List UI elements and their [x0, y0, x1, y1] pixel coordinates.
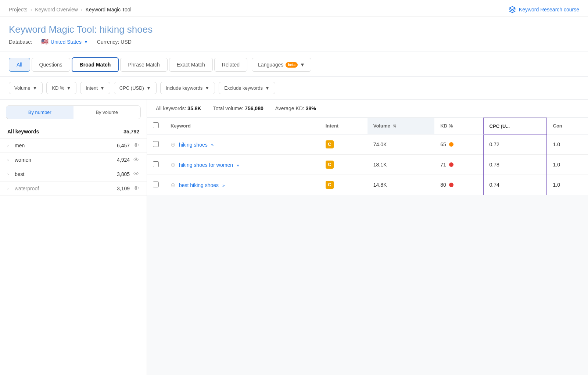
intent-badge-2: C: [326, 161, 334, 169]
tab-phrase-match[interactable]: Phrase Match: [120, 58, 167, 72]
chevron-down-icon: ▼: [84, 39, 88, 44]
table-row: ⊕ hiking shoes » C 74.0K 65: [147, 134, 588, 155]
kd-value-2: 71: [440, 162, 446, 168]
filter-volume-label: Volume: [14, 85, 30, 91]
eye-icon-best[interactable]: 👁: [133, 171, 139, 177]
sidebar-item-men[interactable]: › men 6,457 👁: [0, 139, 147, 153]
expand-icon-women: ›: [7, 158, 12, 162]
th-volume[interactable]: Volume ⇅: [368, 118, 435, 134]
eye-icon-women[interactable]: 👁: [133, 157, 139, 163]
add-icon-2[interactable]: ⊕: [171, 162, 175, 168]
td-keyword-2: ⊕ hiking shoes for women »: [165, 155, 320, 175]
td-keyword-3: ⊕ best hiking shoes »: [165, 175, 320, 195]
languages-label: Languages: [258, 62, 283, 68]
breadcrumb-sep2: ›: [81, 7, 83, 12]
td-con-1: 1.0: [547, 134, 588, 155]
tab-languages[interactable]: Languages beta ▼: [252, 58, 311, 72]
sidebar-list: All keywords 35,792 › men 6,457 👁: [0, 125, 147, 196]
stats-bar: All keywords: 35.8K Total volume: 756,08…: [147, 100, 588, 118]
by-volume-btn[interactable]: By volume: [74, 106, 141, 119]
td-keyword-1: ⊕ hiking shoes »: [165, 134, 320, 155]
th-intent: Intent: [320, 118, 368, 134]
course-link[interactable]: Keyword Research course: [509, 6, 579, 13]
stats-all-keywords: All keywords: 35.8K: [156, 105, 201, 111]
intent-badge-1: C: [326, 140, 334, 148]
sidebar-all-keywords-row[interactable]: All keywords 35,792: [0, 125, 147, 139]
keyword-arrows-3: »: [222, 183, 225, 188]
breadcrumb-keyword-overview[interactable]: Keyword Overview: [35, 7, 78, 12]
tab-bar: All Questions Broad Match Phrase Match E…: [0, 51, 588, 77]
stats-total-volume-value: 756,080: [245, 105, 263, 111]
tab-questions[interactable]: Questions: [32, 58, 70, 72]
tab-exact-match[interactable]: Exact Match: [169, 58, 213, 72]
filter-volume[interactable]: Volume ▼: [9, 82, 43, 94]
database-selector[interactable]: 🇺🇸 United States ▼: [41, 38, 88, 45]
stats-all-keywords-label: All keywords:: [156, 105, 186, 111]
filter-cpc-label: CPC (USD): [119, 85, 144, 91]
sort-icon: ⇅: [393, 124, 396, 128]
select-all-checkbox[interactable]: [153, 122, 159, 128]
header-meta: Database: 🇺🇸 United States ▼ Currency: U…: [9, 38, 579, 45]
keyword-link-3[interactable]: best hiking shoes: [179, 182, 219, 188]
row1-checkbox[interactable]: [153, 141, 159, 147]
breadcrumb: Projects › Keyword Overview › Keyword Ma…: [0, 0, 588, 17]
right-content: All keywords: 35.8K Total volume: 756,08…: [147, 100, 588, 375]
td-cpc-3: 0.74: [483, 175, 547, 195]
keyword-link-2[interactable]: hiking shoes for women: [179, 162, 233, 168]
row2-checkbox[interactable]: [153, 161, 159, 167]
sidebar-label-women: women: [15, 157, 31, 163]
eye-icon-men[interactable]: 👁: [133, 142, 139, 149]
keywords-table: Keyword Intent Volume ⇅ KD % CPC (U... C…: [147, 118, 588, 195]
td-intent-2: C: [320, 155, 368, 175]
filter-kd-chevron-icon: ▼: [66, 85, 71, 91]
filter-intent-label: Intent: [86, 85, 98, 91]
flag-icon: 🇺🇸: [41, 38, 49, 45]
row3-checkbox[interactable]: [153, 182, 159, 187]
sidebar-item-women[interactable]: › women 4,924 👁: [0, 153, 147, 167]
filter-kd[interactable]: KD % ▼: [46, 82, 76, 94]
td-intent-3: C: [320, 175, 368, 195]
filter-exclude-keywords[interactable]: Exclude keywords ▼: [219, 82, 275, 94]
table-row: ⊕ hiking shoes for women » C 18.1K 71: [147, 155, 588, 175]
breadcrumb-sep1: ›: [31, 7, 32, 12]
th-con: Con: [547, 118, 588, 134]
stats-avg-kd: Average KD: 38%: [275, 105, 316, 111]
td-cpc-2: 0.78: [483, 155, 547, 175]
kd-dot-1: [449, 142, 453, 147]
sidebar-count-women: 4,924: [117, 157, 130, 163]
tab-related[interactable]: Related: [214, 58, 247, 72]
td-con-3: 1.0: [547, 175, 588, 195]
eye-icon-waterproof[interactable]: 👁: [133, 185, 139, 192]
filter-intent[interactable]: Intent ▼: [80, 82, 110, 94]
td-volume-3: 14.8K: [368, 175, 435, 195]
tab-all[interactable]: All: [9, 58, 30, 72]
languages-chevron-icon: ▼: [300, 62, 305, 68]
td-checkbox-1: [147, 134, 165, 155]
sidebar-label-waterproof: waterproof: [15, 186, 39, 191]
breadcrumb-projects[interactable]: Projects: [9, 7, 28, 12]
stats-avg-kd-label: Average KD:: [275, 105, 304, 111]
add-icon-3[interactable]: ⊕: [171, 182, 175, 188]
by-number-btn[interactable]: By number: [6, 106, 74, 119]
filter-include-chevron-icon: ▼: [205, 85, 209, 91]
kd-value-3: 80: [440, 182, 446, 188]
filter-intent-chevron-icon: ▼: [100, 85, 105, 91]
td-checkbox-2: [147, 155, 165, 175]
tab-broad-match[interactable]: Broad Match: [72, 57, 119, 72]
breadcrumb-current: Keyword Magic Tool: [86, 7, 132, 12]
sidebar-all-keywords-count: 35,792: [123, 129, 139, 134]
filter-cpc[interactable]: CPC (USD) ▼: [114, 82, 157, 94]
database-label: Database:: [9, 39, 32, 45]
td-kd-1: 65: [434, 134, 483, 155]
sidebar-item-waterproof[interactable]: › waterproof 3,109 👁: [0, 182, 147, 196]
filter-volume-chevron-icon: ▼: [32, 85, 37, 91]
add-icon-1[interactable]: ⊕: [171, 141, 175, 148]
currency-label: Currency: USD: [97, 39, 132, 45]
td-kd-3: 80: [434, 175, 483, 195]
view-toggle: By number By volume: [6, 105, 141, 119]
filter-include-keywords[interactable]: Include keywords ▼: [160, 82, 215, 94]
sidebar-item-best[interactable]: › best 3,805 👁: [0, 167, 147, 182]
sidebar-count-waterproof: 3,109: [117, 186, 130, 191]
intent-badge-3: C: [326, 181, 334, 189]
keyword-link-1[interactable]: hiking shoes: [179, 142, 208, 148]
